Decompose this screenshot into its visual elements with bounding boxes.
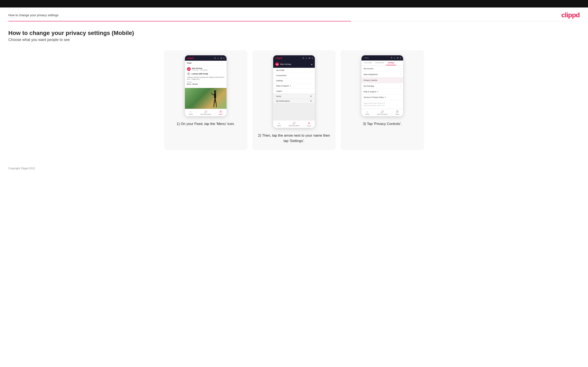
data-integrations-label: Data Integrations	[363, 73, 378, 75]
search-icon: ⚲	[303, 57, 304, 59]
chart-icon-3: 📈	[381, 110, 384, 113]
version-line1: Clippd Client Version: 2022.8.3-3	[363, 102, 401, 105]
nav-menu-3: ☰ Menu	[396, 110, 399, 115]
phone1-topbar: clippd ⚲ ☺ ⚙ ▾	[185, 55, 226, 61]
screen3-tabs: My Profile Connections Settings	[362, 60, 403, 66]
lesson-title: Lesson with Fordy	[191, 73, 208, 75]
nav-home-3: ⌂ Home	[365, 110, 369, 115]
step-3-card: < Back ⚲ ☺ ⚙ ▾ My Profile Connections Se…	[341, 50, 424, 150]
page-heading: How to change your privacy settings (Mob…	[8, 30, 580, 36]
svg-point-0	[214, 90, 216, 93]
nav-performance-3: 📈 My Performance	[377, 110, 388, 115]
menu-icon-3: ☰	[396, 110, 398, 113]
logo: clippd	[561, 11, 580, 19]
search-icon: ⚲	[214, 57, 216, 59]
tab-my-profile: My Profile	[363, 60, 373, 65]
phone-mockup-1: clippd ⚲ ☺ ⚙ ▾ Feed BM Blair McHarg	[185, 55, 226, 116]
phone-mockup-3: < Back ⚲ ☺ ⚙ ▾ My Profile Connections Se…	[362, 55, 403, 116]
chevron-icon: ▾	[223, 57, 225, 59]
screen1-lesson-row: ★ Lesson with Fordy	[187, 72, 225, 75]
header: How to change your privacy settings clip…	[0, 8, 588, 21]
user-info: Blair McHarg Yesterday · Sunningdale	[192, 67, 208, 71]
help-support-label: Help & Support ↗	[363, 91, 379, 93]
nav-menu: ☰ Menu	[219, 110, 223, 115]
chart-icon: 📈	[204, 110, 208, 113]
step-1-card: clippd ⚲ ☺ ⚙ ▾ Feed BM Blair McHarg	[164, 50, 247, 150]
step-3-caption: 3) Tap 'Privacy Controls'.	[363, 121, 402, 127]
nav-menu-label: Menu	[219, 114, 223, 115]
screen2-nav-home-bottom: ⌂ Home	[277, 122, 281, 127]
screen2-nav-menu-label: Menu	[307, 125, 311, 127]
phone1-logo: clippd	[187, 57, 194, 59]
screen1-user-row: BM Blair McHarg Yesterday · Sunningdale	[187, 67, 225, 71]
menu-icon: ☰	[220, 110, 222, 113]
screen2-menu: My Profile Connections Settings Help & S…	[273, 68, 315, 94]
screen2-nav-home-label: Home	[277, 125, 281, 126]
nav-performance: 📈 My Performance	[200, 110, 211, 115]
logout-label: Logout	[276, 90, 282, 92]
screen2-user-left: BM Blair McHarg	[275, 62, 291, 66]
chevron-right-icon-4: ›	[400, 85, 401, 87]
screen3-service-privacy: Service & Privacy Policy ↗	[362, 95, 403, 100]
screen2-userrow: BM Blair McHarg ▲	[273, 61, 315, 68]
chevron-down-icon2: ▼	[310, 100, 312, 102]
step-2-caption: 2) Then, tap the arrow next to your name…	[257, 133, 331, 143]
settings-icon: ⚙	[309, 57, 311, 59]
svg-line-3	[211, 93, 212, 94]
screen2-performance-label: My Performance	[276, 100, 290, 102]
main-content: How to change your privacy settings (Mob…	[0, 21, 588, 163]
settings-icon-3: ⚙	[397, 57, 399, 59]
screen2-username: Blair McHarg	[280, 63, 291, 65]
back-button: < Back	[363, 57, 369, 59]
nav-menu-label-3: Menu	[396, 114, 399, 115]
screen3-version: Clippd Client Version: 2022.8.3-3 GQL Se…	[362, 100, 403, 109]
menu-item-settings: Settings	[273, 78, 315, 83]
tab-connections: Connections	[373, 60, 386, 65]
phone3-bottomnav: ⌂ Home 📈 My Performance ☰ Menu	[362, 109, 403, 116]
privacy-controls-label: Privacy Controls	[363, 79, 377, 81]
home-icon-3: ⌂	[366, 110, 368, 113]
screen2-avatar: BM	[275, 62, 279, 66]
my-golf-bag-label: My Golf Bag	[363, 85, 374, 87]
svg-line-6	[214, 103, 214, 107]
screen2-blurred	[273, 104, 315, 120]
user-icon: ☺	[305, 57, 307, 59]
home-icon-2: ⌂	[278, 122, 280, 125]
nav-performance-label-3: My Performance	[377, 114, 388, 115]
avatar: BM	[187, 67, 191, 71]
menu-item-help: Help & Support ↗	[273, 83, 315, 89]
user-icon-3: ☺	[394, 57, 396, 59]
screen3-data-integrations: Data Integrations ›	[362, 72, 403, 77]
phone3-icons: ⚲ ☺ ⚙ ▾	[391, 57, 401, 59]
menu-item-my-profile: My Profile	[273, 68, 315, 73]
screen2-home-label: Home	[276, 95, 281, 97]
screen2-nav-section: Home ▼ My Performance ▼	[273, 94, 315, 104]
screen2-bottomnav: ⌂ Home 📈 My Performance ✕ Menu	[273, 120, 315, 128]
screen1-post: BM Blair McHarg Yesterday · Sunningdale …	[185, 66, 226, 88]
menu-item-connections: Connections	[273, 73, 315, 78]
screen2-nav-perf-label: My Performance	[289, 125, 299, 126]
nav-home: ⌂ Home	[189, 110, 193, 115]
screen1-desc: Looking to feel like my hands are exitin…	[187, 76, 225, 80]
step-1-caption: 1) On your Feed, tap the 'Menu' icon.	[177, 121, 235, 127]
home-icon: ⌂	[190, 110, 191, 113]
top-bar	[0, 0, 588, 8]
phone2-logo: clippd	[275, 57, 282, 59]
screen1-location: Yesterday · Sunningdale	[192, 69, 208, 71]
close-icon: ✕	[308, 122, 310, 125]
chevron-icon: ▾	[312, 57, 313, 59]
screen2-nav-home: Home ▼	[273, 94, 315, 99]
golfer-silhouette	[210, 90, 220, 109]
my-profile-label: My Profile	[276, 69, 285, 71]
screen3-backbar: < Back ⚲ ☺ ⚙ ▾	[362, 55, 403, 60]
screen3-my-account: My Account ›	[362, 66, 403, 72]
screen2-nav-close: ✕ Menu	[307, 122, 311, 127]
footer: Copyright Clippd 2022	[0, 163, 588, 174]
screen1-username: Blair McHarg	[192, 67, 208, 69]
chevron-up-icon: ▲	[311, 63, 313, 65]
nav-home-label-3: Home	[365, 114, 369, 115]
header-title: How to change your privacy settings	[8, 13, 59, 17]
phone1-icons: ⚲ ☺ ⚙ ▾	[214, 57, 225, 59]
user-icon: ☺	[217, 57, 219, 59]
lesson-icon: ★	[187, 72, 190, 75]
